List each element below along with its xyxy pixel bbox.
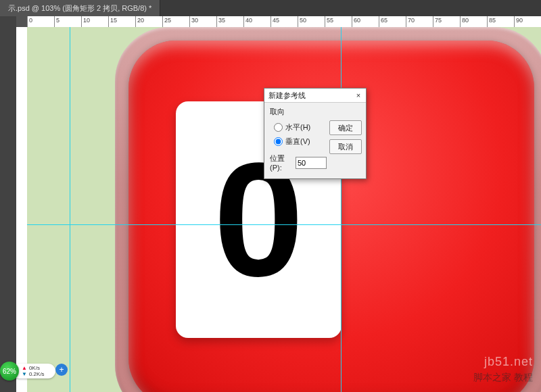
ruler-vertical[interactable] (16, 27, 28, 392)
ruler-tick: 45 (270, 16, 279, 28)
ruler-tick: 60 (352, 16, 360, 28)
ruler-tick: 30 (189, 16, 198, 28)
cancel-button-label: 取消 (338, 142, 353, 152)
ruler-tick: 55 (325, 16, 333, 28)
radio-horizontal[interactable]: 水平(H) (274, 122, 327, 132)
network-percent: 62% (3, 368, 16, 375)
ruler-tick: 0 (27, 16, 32, 28)
ruler-tick: 50 (298, 16, 306, 28)
document-tab-bar: 示.psd @ 103% (圆角矩形 2 拷贝, RGB/8) * (0, 0, 541, 16)
plus-icon[interactable]: + (55, 364, 68, 376)
position-row: 位置(P): (270, 153, 327, 172)
upload-speed: 0K/s (29, 365, 40, 371)
ruler-tick: 75 (433, 16, 442, 28)
position-input[interactable] (296, 157, 327, 169)
arrow-down-icon: ▼ (22, 371, 27, 377)
dialog-title: 新建参考线 (268, 91, 306, 101)
left-gutter (0, 16, 16, 392)
document-tab[interactable]: 示.psd @ 103% (圆角矩形 2 拷贝, RGB/8) * (0, 0, 160, 16)
radio-horizontal-input[interactable] (274, 123, 283, 132)
download-speed: 0.2K/s (29, 371, 45, 377)
ruler-tick: 5 (54, 16, 60, 28)
ruler-tick: 10 (81, 16, 90, 28)
ruler-tick: 65 (379, 16, 387, 28)
ok-button-label: 确定 (338, 123, 353, 133)
ruler-tick: 70 (406, 16, 415, 28)
ruler-tick: 15 (108, 16, 117, 28)
radio-vertical-input[interactable] (274, 137, 283, 146)
ruler-tick: 90 (514, 16, 523, 28)
document-tab-title: 示.psd @ 103% (圆角矩形 2 拷贝, RGB/8) * (8, 3, 151, 14)
radio-vertical[interactable]: 垂直(V) (274, 137, 327, 147)
network-speed-widget[interactable]: 62% ▲0K/s ▼0.2K/s + (0, 362, 68, 380)
ruler-horizontal[interactable]: -5051015202530354045505560657075808590 (27, 16, 541, 28)
ruler-tick: 35 (216, 16, 225, 28)
guide-vertical[interactable] (70, 27, 70, 392)
watermark-text: 脚本之家 教程 (473, 372, 533, 384)
cancel-button[interactable]: 取消 (329, 139, 362, 154)
ok-button[interactable]: 确定 (329, 120, 362, 135)
radio-horizontal-label: 水平(H) (285, 122, 310, 132)
guide-vertical[interactable] (341, 27, 342, 392)
app-root: 示.psd @ 103% (圆角矩形 2 拷贝, RGB/8) * -50510… (0, 0, 541, 392)
new-guide-dialog: 新建参考线 × 取向 水平(H) 垂直(V) 位置(P): 确定 取消 (264, 88, 367, 179)
ruler-tick: 80 (460, 16, 469, 28)
arrow-up-icon: ▲ (22, 365, 27, 371)
watermark-site: jb51.net (484, 355, 533, 369)
close-icon[interactable]: × (354, 91, 363, 100)
guide-horizontal[interactable] (27, 224, 541, 225)
ruler-tick: 85 (487, 16, 496, 28)
dialog-buttons: 确定 取消 (329, 120, 362, 154)
ruler-tick: 25 (162, 16, 171, 28)
network-percent-badge: 62% (0, 362, 19, 381)
canvas[interactable]: 0 jb51.net 脚本之家 教程 (27, 27, 541, 392)
radio-vertical-label: 垂直(V) (285, 137, 310, 147)
orientation-label: 取向 (270, 107, 327, 117)
ruler-tick: 40 (243, 16, 252, 28)
dialog-titlebar[interactable]: 新建参考线 × (264, 89, 366, 103)
position-label: 位置(P): (270, 153, 293, 172)
ruler-tick: 20 (135, 16, 144, 28)
dialog-body: 取向 水平(H) 垂直(V) 位置(P): 确定 取消 (264, 103, 366, 178)
